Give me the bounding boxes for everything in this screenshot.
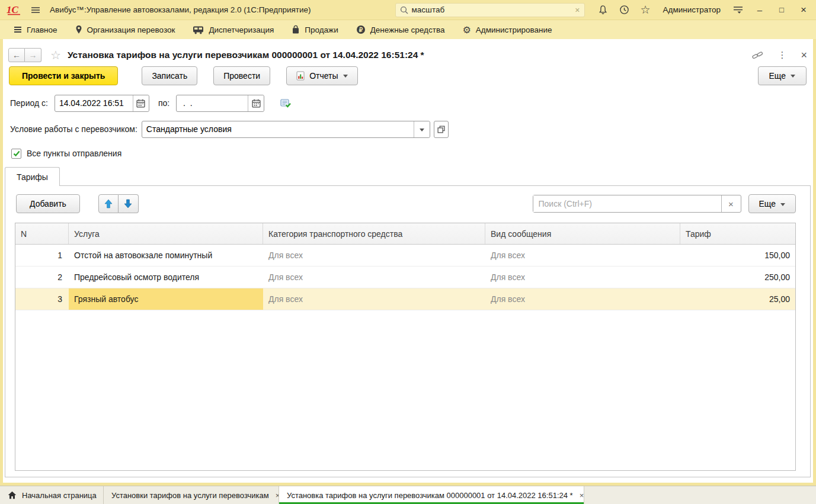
cell-tariff[interactable]: 250,00 [680,267,795,288]
forward-arrow-icon[interactable]: → [25,48,41,62]
checkbox-label: Все пункты отправления [27,149,121,158]
condition-input[interactable] [142,121,414,137]
more-dots-icon[interactable]: ⋮ [777,50,786,60]
menu-item-administration[interactable]: ⚙ Администрирование [453,20,561,39]
column-header-service[interactable]: Услуга [69,223,263,244]
cell-service[interactable]: Отстой на автовокзале поминутный [69,245,263,266]
back-arrow-icon[interactable]: ← [8,48,25,62]
cell-service[interactable]: Грязный автобус [69,288,263,310]
notifications-bell-icon[interactable] [598,5,608,15]
menu-item-transport-org[interactable]: Организация перевозок [66,20,184,39]
user-name[interactable]: Администратор [663,5,721,14]
favorite-star-icon[interactable]: ☆ [50,48,61,62]
taskbar-tab-home[interactable]: Начальная страница [0,486,104,504]
cell-tariff[interactable]: 150,00 [680,245,795,266]
chevron-down-icon [343,75,348,78]
menu-item-main[interactable]: Главное [5,20,66,39]
more-button-list[interactable]: Еще [748,194,796,213]
condition-row: Условие работы с перевозчиком: [10,120,449,138]
menu-item-label: Администрирование [476,25,552,34]
clear-search-icon[interactable]: × [575,5,580,15]
cell-n[interactable]: 3 [15,288,69,310]
condition-label: Условие работы с перевозчиком: [10,124,137,134]
move-up-icon[interactable] [98,194,119,213]
dropdown-chevron-icon[interactable] [414,121,430,137]
more-button-label: Еще [769,71,786,81]
taskbar-tab-label: Установка тарифов на услуги перевозчикам… [287,491,573,500]
global-search[interactable]: × [395,3,585,17]
service-menu-icon[interactable] [733,5,743,14]
column-header-message-type[interactable]: Вид сообщения [485,223,680,244]
column-header-tariff[interactable]: Тариф [680,223,795,244]
column-header-category[interactable]: Категория транспортного средства [263,223,485,244]
open-windows-taskbar: Начальная страница Установки тарифов на … [0,486,816,504]
add-row-button[interactable]: Добавить [16,194,80,213]
period-to-input[interactable] [177,95,248,111]
cell-n[interactable]: 1 [15,245,69,266]
cell-message-type[interactable]: Для всех [485,288,680,310]
column-header-n[interactable]: N [15,223,69,244]
menu-item-sales[interactable]: Продажи [283,20,347,39]
calendar-icon[interactable] [133,95,149,111]
document-check-icon[interactable] [280,98,292,108]
taskbar-tab-tariff-document[interactable]: Установка тарифов на услуги перевозчикам… [279,486,584,504]
cell-category[interactable]: Для всех [263,245,485,266]
command-bar: Провести и закрыть Записать Провести Отч… [9,66,807,85]
cell-category[interactable]: Для всех [263,267,485,288]
map-pin-icon [75,25,82,34]
calendar-icon[interactable] [248,95,264,111]
tab-tariffs[interactable]: Тарифы [5,167,60,186]
section-menubar: Главное Организация перевозок Диспетчери… [0,20,816,39]
cell-service[interactable]: Предрейсовый осмотр водителя [69,267,263,288]
menu-bars-icon [14,26,22,33]
search-icon [400,6,408,14]
post-button[interactable]: Провести [213,66,270,85]
close-form-icon[interactable]: × [801,49,807,62]
menu-item-money[interactable]: ₽ Денежные средства [347,20,454,39]
period-from-input[interactable] [55,95,133,111]
chevron-down-icon [791,75,795,78]
period-from-label: Период с: [10,98,48,108]
menu-item-label: Продажи [305,25,338,34]
checkbox-checked-icon[interactable] [11,149,21,159]
cell-tariff[interactable]: 25,00 [680,288,795,310]
reports-button-label: Отчеты [309,71,338,81]
link-icon[interactable] [752,50,763,60]
taskbar-tab-tariff-list[interactable]: Установки тарифов на услуги перевозчикам… [104,486,279,504]
cell-category[interactable]: Для всех [263,288,485,310]
menu-item-dispatch[interactable]: Диспетчеризация [184,20,283,39]
more-button-form[interactable]: Еще [758,66,807,85]
cell-n[interactable]: 2 [15,267,69,288]
report-chart-icon [296,71,305,81]
more-button-label: Еще [759,199,776,208]
hamburger-menu-icon[interactable] [31,7,40,14]
list-search-input[interactable] [533,195,721,212]
minimize-icon[interactable]: – [754,5,765,15]
cell-message-type[interactable]: Для всех [485,267,680,288]
table-row-selected[interactable]: 3 Грязный автобус Для всех Для всех 25,0… [15,288,795,310]
write-button[interactable]: Записать [142,66,197,85]
all-departure-points-checkbox[interactable]: Все пункты отправления [11,147,121,160]
post-and-close-button[interactable]: Провести и закрыть [9,66,118,85]
open-item-icon[interactable] [434,121,449,138]
close-tab-icon[interactable]: × [580,491,584,500]
maximize-icon[interactable]: □ [776,5,787,14]
taskbar-tab-label: Установки тарифов на услуги перевозчикам [111,491,269,500]
history-icon[interactable] [619,5,629,15]
global-search-input[interactable] [412,5,572,14]
gear-icon: ⚙ [462,24,471,36]
shopping-bag-icon [292,25,300,34]
form-title: Установка тарифов на услуги перевозчикам… [68,50,424,60]
1c-logo: 1С [6,4,23,16]
tariffs-panel: Добавить × Еще N Услуга [5,185,811,477]
form-header: ← → ☆ Установка тарифов на услуги перево… [8,44,807,66]
clear-list-search-icon[interactable]: × [721,195,741,212]
tariffs-table: N Услуга Категория транспортного средств… [15,223,796,471]
table-row[interactable]: 2 Предрейсовый осмотр водителя Для всех … [15,267,795,288]
close-window-icon[interactable]: × [798,4,809,16]
reports-button[interactable]: Отчеты [286,66,357,85]
move-down-icon[interactable] [119,194,139,213]
cell-message-type[interactable]: Для всех [485,245,680,266]
favorites-star-icon[interactable]: ☆ [641,3,651,17]
table-row[interactable]: 1 Отстой на автовокзале поминутный Для в… [15,245,795,267]
